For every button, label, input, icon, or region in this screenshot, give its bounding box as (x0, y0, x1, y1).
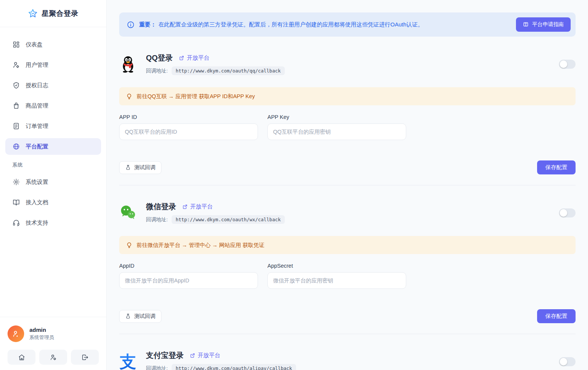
qq-appkey-input[interactable] (267, 123, 406, 140)
home-button[interactable] (8, 350, 35, 365)
toggle-knob (560, 60, 567, 68)
user-gear-icon (50, 354, 57, 361)
info-icon (127, 21, 135, 29)
sidebar-item-label: 授权日志 (26, 82, 48, 89)
book-icon (12, 199, 20, 206)
wechat-enable-toggle[interactable] (559, 208, 576, 217)
globe-icon (12, 143, 20, 150)
qq-appid-field: APP ID (119, 114, 258, 140)
guide-button-label: 平台申请指南 (532, 21, 564, 28)
sidebar: 星聚合登录 仪表盘 用户管理 (0, 0, 107, 370)
field-label: AppSecret (267, 263, 406, 269)
flask-icon (125, 165, 131, 170)
profile-button[interactable] (39, 350, 67, 365)
sidebar-item-orders[interactable]: 订单管理 (5, 118, 101, 134)
gear-icon (12, 178, 20, 186)
open-platform-link[interactable]: 开放平台 (182, 203, 213, 210)
open-platform-link[interactable]: 开放平台 (179, 54, 209, 62)
logout-icon (81, 354, 89, 361)
sidebar-footer: admin 系统管理员 (0, 317, 106, 370)
platform-section-qq: QQ登录 开放平台 回调地址: http://www.dkym.com/oaut… (119, 37, 576, 174)
callback-label: 回调地址: (146, 365, 168, 370)
platform-title: 支付宝登录 (146, 350, 184, 361)
sidebar-item-label: 接入文档 (26, 199, 48, 206)
user-gear-icon (12, 61, 20, 69)
flask-icon (125, 313, 131, 319)
sidebar-item-auth-log[interactable]: 授权日志 (5, 77, 101, 94)
sidebar-item-docs[interactable]: 接入文档 (5, 194, 101, 211)
banner-prefix: 重要： (139, 21, 156, 28)
sidebar-item-label: 用户管理 (26, 62, 48, 69)
open-platform-link-label: 开放平台 (187, 54, 209, 62)
wechat-appsecret-field: AppSecret (267, 263, 406, 289)
sidebar-item-platform-config[interactable]: 平台配置 (5, 138, 101, 155)
wechat-appid-field: AppID (119, 263, 258, 289)
wechat-hint: 前往微信开放平台 → 管理中心 → 网站应用 获取凭证 (119, 236, 576, 254)
sidebar-item-label: 仪表盘 (26, 41, 43, 48)
callback-label: 回调地址: (146, 216, 168, 223)
avatar (8, 325, 24, 342)
wechat-appid-input[interactable] (119, 272, 258, 289)
nav-section-label: 系统 (12, 162, 94, 168)
platform-section-alipay: 支 支付宝登录 开放平台 回调地址: htt (119, 334, 576, 370)
sidebar-item-label: 系统设置 (26, 179, 48, 186)
guide-book-icon (523, 22, 529, 28)
callback-url: http://www.dkym.com/oauth/qq/callback (172, 66, 285, 75)
sidebar-nav: 仪表盘 用户管理 授权日志 (0, 27, 106, 317)
platform-title: QQ登录 (146, 53, 173, 63)
platform-title: 微信登录 (146, 202, 176, 212)
wechat-save-config-button[interactable]: 保存配置 (537, 309, 576, 323)
alipay-enable-toggle[interactable] (559, 357, 576, 366)
lightbulb-icon (126, 242, 132, 248)
field-label: APP Key (267, 114, 406, 120)
test-button-label: 测试回调 (134, 313, 155, 320)
alipay-logo-icon: 支 (119, 353, 137, 370)
user-info: admin 系统管理员 (8, 325, 99, 342)
shield-check-icon (12, 82, 20, 89)
sidebar-item-products[interactable]: 商品管理 (5, 97, 101, 114)
callback-label: 回调地址: (146, 68, 168, 74)
sidebar-item-users[interactable]: 用户管理 (5, 57, 101, 73)
external-link-icon (182, 204, 188, 210)
external-link-icon (179, 55, 184, 61)
lightbulb-icon (126, 93, 132, 100)
sidebar-item-support[interactable]: 技术支持 (5, 214, 101, 231)
dashboard-icon (12, 41, 20, 48)
qq-hint: 前往QQ互联 → 应用管理 获取APP ID和APP Key (119, 87, 576, 105)
qq-logo-icon (119, 55, 137, 73)
open-platform-link-label: 开放平台 (190, 203, 213, 210)
open-platform-link[interactable]: 开放平台 (190, 352, 220, 359)
document-icon (12, 122, 20, 130)
platform-guide-button[interactable]: 平台申请指南 (516, 17, 571, 32)
callback-url: http://www.dkym.com/oauth/wx/callback (172, 215, 285, 224)
toggle-knob (560, 209, 567, 217)
field-label: AppID (119, 263, 258, 269)
sidebar-item-label: 商品管理 (26, 102, 48, 109)
info-banner: 重要：在此配置企业级的第三方登录凭证。配置后，所有注册用户创建的应用都将使用这些… (119, 12, 576, 37)
banner-text: 重要：在此配置企业级的第三方登录凭证。配置后，所有注册用户创建的应用都将使用这些… (139, 21, 511, 28)
qq-enable-toggle[interactable] (559, 60, 576, 69)
user-role: 系统管理员 (29, 334, 54, 341)
logout-button[interactable] (71, 350, 99, 365)
sidebar-item-dashboard[interactable]: 仪表盘 (5, 36, 101, 53)
qq-save-config-button[interactable]: 保存配置 (537, 160, 576, 174)
logo: 星聚合登录 (0, 0, 106, 27)
sidebar-item-system-settings[interactable]: 系统设置 (5, 174, 101, 190)
user-name: admin (29, 327, 54, 333)
platform-section-wechat: 微信登录 开放平台 回调地址: http://www.dkym.com/oaut… (119, 185, 576, 323)
wechat-appsecret-input[interactable] (267, 272, 406, 289)
field-label: APP ID (119, 114, 258, 120)
wechat-test-callback-button[interactable]: 测试回调 (119, 310, 161, 323)
qq-test-callback-button[interactable]: 测试回调 (119, 161, 161, 174)
star-logo-icon (28, 9, 38, 18)
callback-url: http://www.dkym.com/oauth/alipay/callbac… (172, 364, 296, 370)
headset-icon (12, 219, 20, 227)
sidebar-item-label: 技术支持 (26, 219, 48, 227)
hint-text: 前往微信开放平台 → 管理中心 → 网站应用 获取凭证 (137, 242, 264, 249)
qq-appid-input[interactable] (119, 123, 258, 140)
test-button-label: 测试回调 (134, 164, 155, 171)
toggle-knob (560, 358, 567, 365)
shopping-bag-icon (12, 102, 20, 109)
external-link-icon (190, 353, 195, 358)
sidebar-item-label: 订单管理 (26, 123, 48, 130)
